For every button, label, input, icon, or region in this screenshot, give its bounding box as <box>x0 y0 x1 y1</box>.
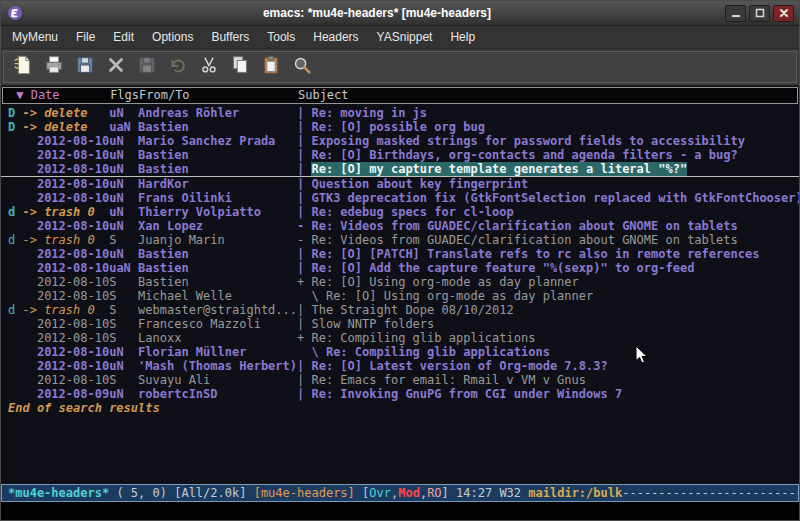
thread-prefix: - <box>297 219 311 233</box>
modeline-segment: *mu4e-headers* <box>8 486 109 500</box>
header-col-flags[interactable]: Flgs <box>110 88 139 103</box>
modeline-segment: maildir:/bulk <box>528 486 622 500</box>
thread-prefix: | <box>297 191 311 205</box>
message-flags: uaN <box>109 120 138 134</box>
header-col-from[interactable]: From/To <box>139 88 298 103</box>
menu-item-yasnippet[interactable]: YASnippet <box>368 27 442 47</box>
menu-item-help[interactable]: Help <box>441 27 484 47</box>
save-icon <box>74 54 96 80</box>
message-row[interactable]: 2012-08-10S Lanoxx + Re: Compiling glib … <box>1 331 799 345</box>
message-row[interactable]: D -> delete uaN Bastien | Re: [O] possib… <box>1 120 799 134</box>
message-flags: S <box>109 331 138 345</box>
message-date: 2012-08-10 <box>22 247 109 261</box>
menu-item-buffers[interactable]: Buffers <box>202 27 258 47</box>
menu-item-headers[interactable]: Headers <box>304 27 367 47</box>
modeline-segment: -------------------------------------- <box>622 486 799 500</box>
header-col-date[interactable]: ▼ Date <box>16 88 110 103</box>
message-date: 2012-08-10 <box>22 134 109 148</box>
message-row[interactable]: 2012-08-10uN Frans Oilinki | GTK3 deprec… <box>1 191 799 205</box>
modeline-segment: RO <box>427 486 441 500</box>
message-date: 2012-08-10 <box>22 317 109 331</box>
cut-icon <box>198 54 220 80</box>
mark-char <box>8 134 22 148</box>
menu-item-file[interactable]: File <box>67 27 104 47</box>
message-row[interactable]: 2012-08-10uN Florian Müllner \ Re: Compi… <box>1 345 799 359</box>
message-from: Francesco Mazzoli <box>138 317 297 331</box>
message-date: 2012-08-10 <box>22 373 109 387</box>
message-row[interactable]: 2012-08-10S Francesco Mazzoli | Slow NNT… <box>1 317 799 331</box>
message-row[interactable]: 2012-08-10S Michael Welle \ Re: [O] Usin… <box>1 289 799 303</box>
modeline-segment: [mu4e-headers] <box>254 486 362 500</box>
mark-target: -> delete <box>22 120 109 134</box>
mark-char <box>8 162 22 176</box>
mark-target: -> delete <box>22 106 109 120</box>
minimize-icon <box>731 8 741 18</box>
message-row[interactable]: d -> trash 0 uN Thierry Volpiatto | Re: … <box>1 205 799 219</box>
message-date: 2012-08-10 <box>22 345 109 359</box>
message-row[interactable]: d -> trash 0 S webmaster@straightd...| T… <box>1 303 799 317</box>
toolbar-button-undo <box>164 54 192 80</box>
message-row[interactable]: 2012-08-10uN HardKor | Question about ke… <box>1 177 799 191</box>
toolbar-button-new-file[interactable] <box>9 54 37 80</box>
message-row[interactable]: 2012-08-10S Bastien + Re: [O] Using org-… <box>1 275 799 289</box>
message-row[interactable]: 2012-08-10uN Bastien | Re: [O] [PATCH] T… <box>1 247 799 261</box>
close-button[interactable] <box>773 5 794 22</box>
toolbar-button-close-buffer[interactable] <box>102 54 130 80</box>
message-row[interactable]: d -> trash 0 S Juanjo Marin - Re: Videos… <box>1 233 799 247</box>
message-flags: uN <box>109 162 138 176</box>
message-row[interactable]: 2012-08-10uN Bastien | Re: [O] my captur… <box>1 162 799 177</box>
toolbar-button-save[interactable] <box>71 54 99 80</box>
message-row[interactable]: 2012-08-10S Suvayu Ali | Re: Emacs for e… <box>1 373 799 387</box>
message-row[interactable]: 2012-08-10uN Mario Sanchez Prada | Expos… <box>1 134 799 148</box>
toolbar-button-search[interactable] <box>288 54 316 80</box>
thread-prefix: | <box>297 148 311 162</box>
message-from: Bastien <box>138 275 297 289</box>
message-subject: Re: [O] Latest version of Org-mode 7.8.3… <box>311 359 607 373</box>
message-flags: S <box>109 317 138 331</box>
message-from: Juanjo Marin <box>138 233 297 247</box>
maximize-icon <box>755 8 765 18</box>
mode-line[interactable]: *mu4e-headers* ( 5, 0) [All/2.0k] [mu4e-… <box>1 484 799 502</box>
thread-prefix: | <box>297 177 311 191</box>
mark-char <box>8 148 22 162</box>
maximize-button[interactable] <box>749 5 770 22</box>
mark-char: D <box>8 106 22 120</box>
message-date: 2012-08-10 <box>22 359 109 373</box>
thread-prefix: | <box>297 247 311 261</box>
mark-char: d <box>8 233 22 247</box>
toolbar-button-copy[interactable] <box>226 54 254 80</box>
message-row[interactable]: 2012-08-10uN Bastien | Re: [O] Birthdays… <box>1 148 799 162</box>
header-col-subject[interactable]: Subject <box>298 88 349 102</box>
menu-item-edit[interactable]: Edit <box>104 27 143 47</box>
mark-char <box>8 359 22 373</box>
message-subject: GTK3 deprecation fix (GtkFontSelection r… <box>311 191 799 205</box>
message-date: 2012-08-10 <box>22 219 109 233</box>
message-subject: Re: [O] Using org-mode as day planner <box>326 289 593 303</box>
menu-item-mymenu[interactable]: MyMenu <box>3 27 67 47</box>
menu-item-tools[interactable]: Tools <box>258 27 304 47</box>
save-as-icon <box>136 54 158 80</box>
message-from: Thierry Volpiatto <box>138 205 297 219</box>
thread-prefix: | <box>297 373 311 387</box>
toolbar-button-cut[interactable] <box>195 54 223 80</box>
toolbar-button-print[interactable] <box>40 54 68 80</box>
toolbar-button-save-as <box>133 54 161 80</box>
message-from: Florian Müllner <box>138 345 297 359</box>
headers-column-header: ▼ DateFlgsFrom/ToSubject <box>2 87 798 104</box>
thread-prefix: | <box>297 387 311 401</box>
message-row[interactable]: 2012-08-10uN Xan Lopez - Re: Videos from… <box>1 219 799 233</box>
message-from: Bastien <box>138 148 297 162</box>
message-subject: Re: edebug specs for cl-loop <box>311 205 513 219</box>
minimize-button[interactable] <box>725 5 746 22</box>
toolbar-button-paste[interactable] <box>257 54 285 80</box>
toolbar <box>1 49 799 86</box>
message-row[interactable]: 2012-08-10uN 'Mash (Thomas Herbert)| Re:… <box>1 359 799 373</box>
message-row[interactable]: 2012-08-09uN robertcInSD | Re: Invoking … <box>1 387 799 401</box>
echo-area[interactable] <box>1 502 799 520</box>
window-controls <box>725 5 794 22</box>
message-row[interactable]: D -> delete uN Andreas Röhler | Re: movi… <box>1 106 799 120</box>
message-flags: uN <box>109 106 138 120</box>
titlebar[interactable]: emacs: *mu4e-headers* [mu4e-headers] <box>1 1 799 26</box>
message-row[interactable]: 2012-08-10uaN Bastien | Re: [O] Add the … <box>1 261 799 275</box>
menu-item-options[interactable]: Options <box>143 27 202 47</box>
